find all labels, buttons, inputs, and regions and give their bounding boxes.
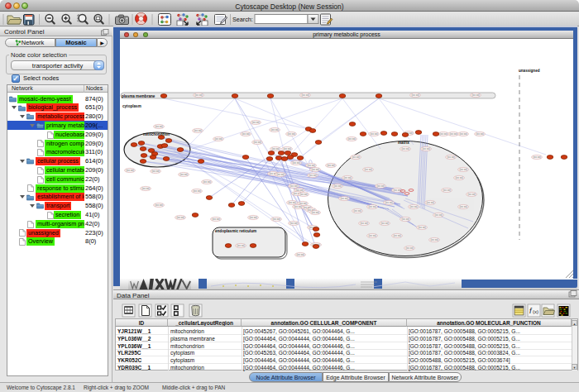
svg-text:cytoplasm: cytoplasm	[122, 104, 141, 108]
svg-text:(xx xx): (xx xx)	[354, 209, 361, 213]
svg-text:(xx xx): (xx xx)	[440, 132, 447, 136]
svg-text:(xx xx): (xx xx)	[365, 168, 372, 171]
svg-text:(xx xx): (xx xx)	[447, 155, 455, 159]
svg-text:(xx xx): (xx xx)	[294, 205, 302, 208]
svg-text:(xx xx): (xx xx)	[435, 213, 443, 217]
svg-text:(xx xx): (xx xx)	[476, 132, 484, 136]
svg-text:(xx xx): (xx xx)	[402, 218, 409, 221]
svg-text:(xx xx): (xx xx)	[394, 234, 401, 237]
svg-text:(xx xx): (xx xx)	[142, 187, 150, 190]
svg-text:unassigned: unassigned	[519, 69, 540, 73]
svg-text:(xx xx): (xx xx)	[385, 201, 393, 204]
svg-text:(xx xx): (xx xx)	[237, 244, 245, 247]
svg-text:(xx xx): (xx xx)	[431, 238, 438, 241]
svg-text:(xx xx): (xx xx)	[312, 211, 319, 214]
svg-text:(xx xx): (xx xx)	[369, 234, 376, 237]
svg-text:(xx xx): (xx xx)	[290, 222, 298, 225]
svg-text:(xx xx): (xx xx)	[271, 128, 279, 131]
svg-text:(xx xx): (xx xx)	[308, 164, 315, 167]
svg-text:(xx xx): (xx xx)	[273, 218, 280, 221]
svg-text:(xx xx): (xx xx)	[203, 180, 211, 184]
svg-text:(xx xx): (xx xx)	[180, 173, 188, 176]
svg-text:(xx xx): (xx xx)	[250, 216, 257, 219]
svg-text:(xx xx): (xx xx)	[194, 129, 202, 132]
svg-text:(xx xx): (xx xx)	[341, 197, 348, 200]
svg-text:(xx xx): (xx xx)	[156, 125, 163, 128]
svg-text:(xx xx): (xx xx)	[152, 170, 160, 173]
svg-text:(xx xx): (xx xx)	[460, 132, 467, 136]
svg-text:(xx xx): (xx xx)	[277, 173, 285, 176]
svg-text:(xx xx): (xx xx)	[302, 93, 309, 97]
svg-text:(xx xx): (xx xx)	[423, 147, 430, 151]
svg-text:(xx xx): (xx xx)	[460, 168, 467, 171]
svg-text:(xx xx): (xx xx)	[371, 132, 378, 136]
svg-text:(xx xx): (xx xx)	[194, 189, 201, 193]
svg-text:(xx xx): (xx xx)	[254, 141, 261, 144]
svg-text:(xx xx): (xx xx)	[450, 132, 457, 136]
svg-text:(xx xx): (xx xx)	[215, 137, 223, 141]
svg-text:Search:: Search:	[232, 16, 253, 23]
svg-text:(xx xx): (xx xx)	[300, 193, 308, 196]
svg-text:(xx xx): (xx xx)	[312, 168, 319, 171]
svg-text:(xx xx): (xx xx)	[272, 147, 280, 151]
svg-text:(xx xx): (xx xx)	[213, 218, 220, 221]
svg-text:(xx xx): (xx xx)	[284, 147, 291, 151]
svg-text:(xx xx): (xx xx)	[195, 93, 203, 97]
svg-text:(xx xx): (xx xx)	[456, 176, 463, 179]
svg-text:(xx xx): (xx xx)	[252, 121, 260, 124]
svg-text:(xx xx): (xx xx)	[427, 201, 434, 204]
svg-text:(xx xx): (xx xx)	[377, 184, 385, 188]
svg-text:(xx xx): (xx xx)	[381, 222, 389, 225]
svg-text:(xx xx): (xx xx)	[394, 189, 401, 192]
svg-text:(xx xx): (xx xx)	[468, 193, 476, 196]
svg-text:(xx xx): (xx xx)	[177, 216, 184, 219]
svg-text:(xx xx): (xx xx)	[472, 93, 480, 97]
svg-text:(xx xx): (xx xx)	[288, 132, 295, 136]
svg-text:(xx xx): (xx xx)	[406, 246, 414, 250]
svg-text:mitochondrion: mitochondrion	[143, 132, 170, 136]
svg-text:(xx xx): (xx xx)	[410, 205, 418, 208]
svg-text:(xx xx): (xx xx)	[328, 164, 335, 167]
svg-text:(xx xx): (xx xx)	[361, 222, 368, 225]
svg-text:(xx xx): (xx xx)	[297, 253, 304, 256]
svg-text:(xx xx): (xx xx)	[289, 201, 296, 204]
svg-text:matrix: matrix	[398, 141, 409, 145]
svg-text:(xx xx): (xx xx)	[290, 184, 298, 188]
svg-text:(xx xx): (xx xx)	[369, 205, 376, 208]
svg-text:(xx xx): (xx xx)	[402, 147, 409, 151]
svg-text:plasma membrane: plasma membrane	[122, 94, 156, 98]
svg-text:(x): (x)	[533, 309, 538, 314]
svg-text:(xx xx): (xx xx)	[127, 169, 134, 172]
svg-text:(xx xx): (xx xx)	[334, 184, 342, 188]
svg-text:(xx xx): (xx xx)	[156, 203, 163, 207]
svg-text:endoplasmic reticulum: endoplasmic reticulum	[215, 229, 256, 233]
svg-text:(xx xx): (xx xx)	[412, 93, 419, 97]
svg-text:(xx xx): (xx xx)	[344, 176, 352, 179]
svg-text:(xx xx): (xx xx)	[242, 132, 250, 136]
svg-text:(xx xx): (xx xx)	[534, 155, 541, 159]
svg-text:(xx xx): (xx xx)	[443, 189, 451, 192]
svg-text:(xx xx): (xx xx)	[352, 155, 360, 159]
svg-text:(xx xx): (xx xx)	[460, 205, 467, 208]
svg-text:(xx xx): (xx xx)	[293, 161, 300, 165]
svg-text:(xx xx): (xx xx)	[348, 137, 356, 141]
svg-text:(xx xx): (xx xx)	[419, 226, 426, 229]
svg-text:(xx xx): (xx xx)	[309, 174, 317, 177]
